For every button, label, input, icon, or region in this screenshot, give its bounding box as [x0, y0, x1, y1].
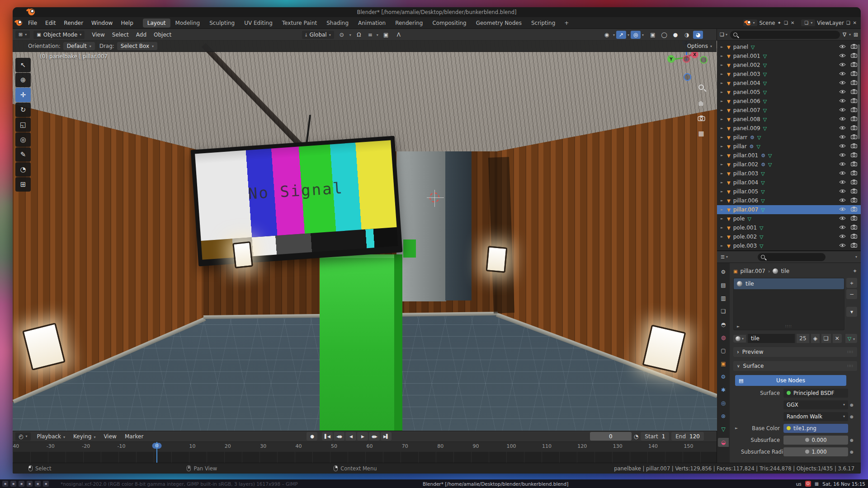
- object-data-properties-tab[interactable]: ▽: [718, 425, 729, 434]
- outliner-item-pillar-003[interactable]: ►▼pillar.003▽: [717, 169, 861, 178]
- timeline-menu-view[interactable]: View: [100, 432, 120, 441]
- disclosure-icon[interactable]: ►: [721, 90, 724, 94]
- disable-render-camera-icon[interactable]: [851, 44, 857, 50]
- disable-render-camera-icon[interactable]: [851, 107, 857, 113]
- scene-green-block[interactable]: [403, 239, 416, 258]
- disable-render-camera-icon[interactable]: [851, 98, 857, 104]
- expand-icon[interactable]: ►: [735, 426, 741, 430]
- scene-name[interactable]: Scene: [759, 20, 775, 26]
- outliner-search-input[interactable]: [730, 31, 840, 39]
- timeline-track-area[interactable]: [13, 452, 717, 463]
- hide-eye-icon[interactable]: [839, 134, 846, 141]
- particles-properties-tab[interactable]: ✱: [718, 385, 729, 394]
- outliner-item-panel-004[interactable]: ►▼panel.004▽: [717, 79, 861, 88]
- workspace-tab-scripting[interactable]: Scripting: [527, 19, 560, 28]
- play-button[interactable]: ▶: [357, 432, 368, 441]
- frame-tick-90[interactable]: 90: [473, 443, 479, 449]
- frame-tick-30[interactable]: 30: [260, 443, 266, 449]
- hide-eye-icon[interactable]: [839, 152, 846, 159]
- disclosure-icon[interactable]: ►: [721, 63, 724, 67]
- jump-to-start-button[interactable]: ▌◀: [322, 432, 333, 441]
- green-pillar-object[interactable]: [320, 254, 402, 431]
- move-tool-button[interactable]: ✛: [15, 88, 31, 102]
- taskbar-app-icon[interactable]: ▪: [10, 481, 16, 487]
- outliner-item-panel-005[interactable]: ►▼panel.005▽: [717, 88, 861, 97]
- disable-render-camera-icon[interactable]: [851, 80, 857, 86]
- workspace-tab-compositing[interactable]: Compositing: [428, 19, 471, 28]
- disclosure-icon[interactable]: ►: [721, 127, 724, 130]
- disable-render-camera-icon[interactable]: [851, 179, 857, 186]
- modifiers-properties-tab[interactable]: ⚙: [718, 372, 729, 381]
- add-workspace-button[interactable]: +: [560, 19, 573, 28]
- cursor-tool-button[interactable]: ⊕: [15, 73, 31, 87]
- shading-rendered-icon[interactable]: ◕: [693, 31, 703, 39]
- disable-render-camera-icon[interactable]: [851, 62, 857, 68]
- disclosure-icon[interactable]: ►: [721, 108, 724, 112]
- new-collection-button[interactable]: ⊞: [854, 32, 858, 38]
- record-button[interactable]: ●: [307, 432, 317, 441]
- gizmo-y-neg-axis[interactable]: [700, 56, 708, 64]
- close-icon[interactable]: ✕: [790, 20, 795, 25]
- hide-eye-icon[interactable]: [839, 44, 846, 50]
- outliner-item-panel-008[interactable]: ►▼panel.008▽: [717, 115, 861, 124]
- scale-tool-button[interactable]: ◱: [15, 117, 31, 132]
- constraints-properties-tab[interactable]: ⊛: [718, 412, 729, 421]
- menu-render[interactable]: Render: [60, 19, 87, 27]
- workspace-tab-modeling[interactable]: Modeling: [171, 19, 205, 28]
- view-layer-properties-tab[interactable]: ❏: [718, 307, 729, 316]
- frame-tick-100[interactable]: 100: [507, 443, 516, 449]
- frame-tick-20[interactable]: 20: [225, 443, 231, 449]
- frame-tick--10[interactable]: -10: [118, 443, 126, 449]
- current-frame-field[interactable]: 0: [590, 432, 632, 441]
- visibility-eye-icon[interactable]: ◉: [602, 31, 612, 39]
- stopwatch-icon[interactable]: ◔: [634, 433, 638, 440]
- start-frame-field[interactable]: Start 1: [641, 432, 669, 441]
- snap-magnet-icon[interactable]: Ω: [354, 31, 364, 39]
- gizmo-y-axis[interactable]: Y: [667, 55, 675, 63]
- outliner-item-panel[interactable]: ►▼panel▽: [717, 42, 861, 52]
- output-properties-tab[interactable]: ▥: [718, 294, 729, 303]
- hide-eye-icon[interactable]: [839, 98, 846, 104]
- hide-eye-icon[interactable]: [839, 225, 846, 231]
- frame-tick-10[interactable]: 10: [189, 443, 195, 449]
- outliner-item-pillar[interactable]: ►▼pillar⚙▽: [717, 142, 861, 151]
- hide-eye-icon[interactable]: [839, 71, 846, 77]
- hide-eye-icon[interactable]: [839, 234, 846, 240]
- jump-to-end-button[interactable]: ▶▌: [381, 432, 392, 441]
- play-reverse-button[interactable]: ◀: [345, 432, 356, 441]
- frame-tick-120[interactable]: 120: [577, 443, 587, 449]
- outliner-item-pole-001[interactable]: ►▼pole.001▽: [717, 223, 861, 232]
- material-slot-item[interactable]: tile: [734, 278, 844, 289]
- disable-render-camera-icon[interactable]: [851, 152, 857, 159]
- workspace-tab-rendering[interactable]: Rendering: [391, 19, 427, 28]
- prev-keyframe-button[interactable]: ◀◆: [334, 432, 344, 441]
- rotate-tool-button[interactable]: ↻: [15, 103, 31, 117]
- hide-eye-icon[interactable]: [839, 62, 846, 68]
- disclosure-icon[interactable]: ►: [721, 54, 724, 58]
- animate-dot-icon[interactable]: ●: [848, 403, 855, 407]
- disable-render-camera-icon[interactable]: [851, 134, 857, 141]
- 3d-viewport[interactable]: ⊞ ▾ ▣ Object Mode ▾ ViewSelectAddObject …: [13, 29, 717, 431]
- collection-properties-tab[interactable]: ▢: [718, 346, 729, 355]
- tray-app-icon[interactable]: ☺: [805, 481, 811, 487]
- viewport-menu-select[interactable]: Select: [108, 31, 132, 39]
- property-field-tile1-png[interactable]: tile1.png: [783, 424, 848, 433]
- disclosure-icon[interactable]: ►: [721, 72, 724, 76]
- outliner-item-pillar-001[interactable]: ►▼pillar.001⚙▽: [717, 151, 861, 160]
- camera-view-icon[interactable]: [696, 113, 706, 123]
- pan-hand-icon[interactable]: [696, 98, 706, 108]
- viewport-menu-object[interactable]: Object: [150, 31, 175, 39]
- scene-properties-tab[interactable]: ◓: [718, 320, 729, 329]
- playhead[interactable]: [156, 442, 157, 463]
- frame-tick--20[interactable]: -20: [82, 443, 90, 449]
- taskbar-clock[interactable]: Sat, 16 Nov 15:15: [822, 481, 865, 487]
- frame-tick-140[interactable]: 140: [648, 443, 658, 449]
- disclosure-icon[interactable]: ►: [721, 145, 724, 148]
- disclosure-icon[interactable]: ►: [721, 99, 724, 103]
- unlink-icon[interactable]: ✕: [833, 334, 842, 343]
- frame-tick-80[interactable]: 80: [437, 443, 443, 449]
- pin-icon[interactable]: ✦: [777, 20, 782, 25]
- animate-dot-icon[interactable]: ●: [848, 438, 855, 442]
- outliner-item-pole[interactable]: ►▼pole▽: [717, 214, 861, 223]
- hide-eye-icon[interactable]: [839, 107, 846, 113]
